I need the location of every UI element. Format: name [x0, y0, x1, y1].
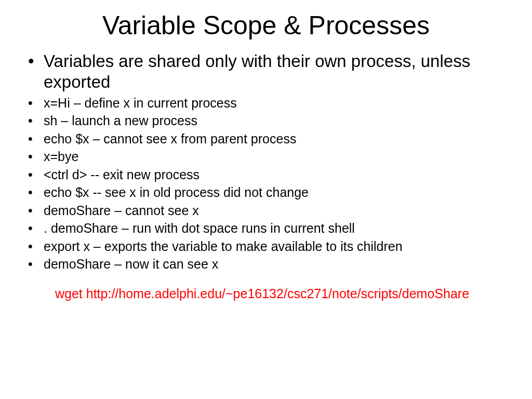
list-item: sh – launch a new process [44, 113, 511, 129]
slide: Variable Scope & Processes Variables are… [0, 0, 532, 399]
list-item: export x – exports the variable to make … [44, 238, 511, 255]
list-item: x=bye [44, 149, 511, 165]
list-item: demoShare – cannot see x [44, 203, 511, 219]
bullet-list: Variables are shared only with their own… [21, 51, 511, 272]
list-item: echo $x – cannot see x from parent proce… [44, 131, 511, 147]
list-item: . demoShare – run with dot space runs in… [44, 220, 511, 236]
slide-title: Variable Scope & Processes [21, 10, 511, 41]
list-item: demoShare – now it can see x [44, 256, 511, 272]
lead-bullet: Variables are shared only with their own… [44, 51, 511, 93]
footer-command: wget http://home.adelphi.edu/~pe16132/cs… [21, 274, 511, 302]
list-item: <ctrl d> -- exit new process [44, 167, 511, 183]
list-item: x=Hi – define x in current process [44, 95, 511, 111]
list-item: echo $x -- see x in old process did not … [44, 184, 511, 201]
